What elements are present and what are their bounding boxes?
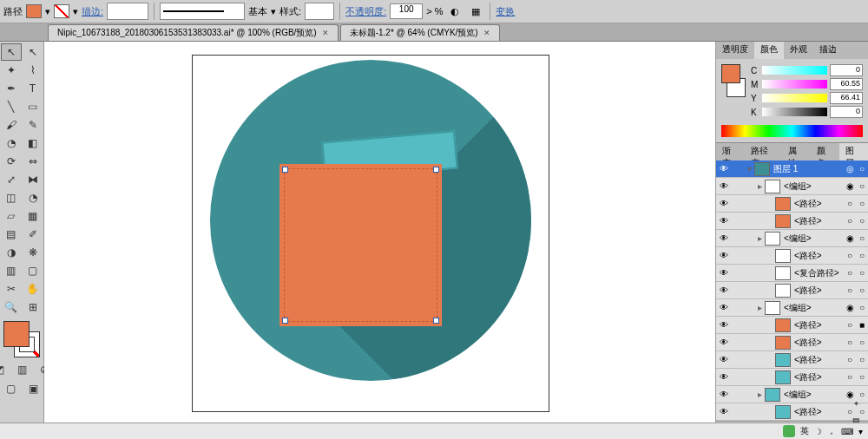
close-icon[interactable]: ✕ [483,29,490,37]
eraser-tool[interactable]: ◧ [23,134,43,152]
m-slider[interactable] [762,80,827,88]
panel-tab-gradient[interactable]: 渐变 [716,143,745,161]
target-icon[interactable]: ○ [844,285,856,295]
ime-indicator-icon[interactable] [783,425,795,437]
type-tool[interactable]: T [23,80,43,97]
layer-row[interactable]: 👁<复合路径>○○ [716,265,868,282]
pen-tool[interactable]: ✒ [1,80,22,97]
fill-color-icon[interactable] [3,321,30,347]
rotate-tool[interactable]: ⟳ [1,153,22,170]
selection-dot[interactable]: ○ [856,303,868,312]
layer-row[interactable]: 👁<路径>○○ [716,369,868,386]
selection-tool[interactable]: ↖ [1,43,22,61]
visibility-icon[interactable]: 👁 [716,337,732,347]
keyboard-icon[interactable]: ⌨ [841,427,853,436]
style-combo[interactable] [305,3,334,20]
c-slider[interactable] [762,66,827,75]
visibility-icon[interactable]: 👁 [716,181,732,191]
target-icon[interactable]: ○ [844,216,856,226]
scale-tool[interactable]: ⤢ [1,171,22,188]
y-value[interactable]: 66.41 [830,92,863,104]
align-icon[interactable]: ▦ [467,3,484,20]
close-icon[interactable]: ✕ [322,29,329,37]
column-graph-tool[interactable]: ▥ [1,262,22,279]
reflect-tool[interactable]: ⇔ [23,153,43,170]
panel-tab-layers[interactable]: 图层 [839,143,868,161]
target-icon[interactable]: ○ [844,251,856,260]
layer-row[interactable]: 👁▾图层 1◎○ [716,161,868,178]
stroke-link[interactable]: 描边: [82,5,103,18]
expand-icon[interactable]: ▸ [744,233,765,243]
selection-handle[interactable] [433,167,439,173]
selection-dot[interactable]: ○ [856,285,868,295]
visibility-icon[interactable]: 👁 [716,390,732,399]
selection-handle[interactable] [282,167,288,173]
panel-fill-swatch[interactable] [721,64,740,83]
transform-link[interactable]: 变换 [496,5,515,18]
selection-dot[interactable]: ○ [856,181,868,191]
m-value[interactable]: 60.55 [830,78,863,90]
target-icon[interactable]: ○ [844,268,856,278]
selection-dot[interactable]: ○ [856,268,868,278]
opacity-input[interactable]: 100 [390,3,423,19]
expand-icon[interactable]: ▾ [744,164,754,174]
opacity-link[interactable]: 不透明度: [345,5,386,18]
shape-builder-tool[interactable]: ◔ [23,189,43,206]
layer-row[interactable]: 👁<路径>○○ [716,351,868,369]
layer-row[interactable]: 👁<路径>○○ [716,334,868,351]
fill-stroke-control[interactable] [3,321,40,357]
visibility-icon[interactable]: 👁 [716,355,732,364]
selected-path[interactable] [284,168,437,322]
spectrum-picker[interactable] [721,125,863,137]
selection-dot[interactable]: ■ [856,320,868,330]
k-value[interactable]: 0 [830,106,863,118]
free-transform-tool[interactable]: ◫ [1,189,22,206]
target-icon[interactable]: ○ [844,355,856,364]
artboard[interactable] [192,55,549,412]
mesh-tool[interactable]: ▦ [23,207,43,225]
blend-tool[interactable]: ◑ [1,244,22,261]
line-tool[interactable]: ╲ [1,98,22,115]
stroke-dropdown-icon[interactable]: ▾ [73,6,78,17]
visibility-icon[interactable]: 👁 [716,320,732,330]
brush-combo[interactable] [160,3,245,20]
hand-tool[interactable]: ✋ [23,280,43,298]
panel-tab-stroke[interactable]: 描边 [813,42,843,59]
panel-tab-opacity[interactable]: 透明度 [716,42,754,59]
artboard-tool[interactable]: ▢ [23,262,43,279]
layer-row[interactable]: 👁▸<编组>◉○ [716,230,868,247]
layer-row[interactable]: 👁<路径>○○ [716,213,868,230]
c-value[interactable]: 0 [830,64,863,76]
selection-dot[interactable]: ○ [856,337,868,347]
visibility-icon[interactable]: 👁 [716,285,732,295]
visibility-icon[interactable]: 👁 [716,216,732,226]
layer-row[interactable]: 👁<路径>○○ [716,195,868,213]
slice-tool[interactable]: ✂ [1,280,22,298]
doc-tab-1[interactable]: Nipic_10673188_20180306153531383033.ai* … [48,24,339,41]
perspective-tool[interactable]: ▱ [1,207,22,225]
selection-dot[interactable]: ○ [856,164,868,174]
visibility-icon[interactable]: 👁 [716,372,732,382]
color-mode[interactable]: ◩ [0,361,10,378]
visibility-icon[interactable]: 👁 [716,164,732,174]
panel-tab-pathfinder[interactable]: 路径变 [745,143,782,161]
pencil-tool[interactable]: ✎ [23,116,43,134]
panel-tab-appearance[interactable]: 外观 [784,42,813,59]
panel-tab-attributes[interactable]: 属性 [782,143,811,161]
expand-icon[interactable]: ▸ [744,390,765,399]
target-icon[interactable]: ◉ [844,303,856,312]
ime-language[interactable]: 英 [800,425,809,437]
target-icon[interactable]: ◎ [844,164,856,174]
stroke-swatch[interactable] [54,4,69,18]
basic-dropdown-icon[interactable]: ▾ [271,6,276,17]
selection-dot[interactable]: ○ [856,355,868,364]
layer-row[interactable]: 👁▸<编组>◉○ [716,178,868,195]
fill-dropdown-icon[interactable]: ▾ [45,6,50,17]
target-icon[interactable]: ◉ [844,181,856,191]
k-slider[interactable] [762,108,827,116]
paintbrush-tool[interactable]: 🖌 [1,116,22,134]
target-icon[interactable]: ○ [844,372,856,382]
visibility-icon[interactable]: 👁 [716,268,732,278]
target-icon[interactable]: ○ [844,320,856,330]
zoom-tool[interactable]: 🔍 [1,298,22,316]
